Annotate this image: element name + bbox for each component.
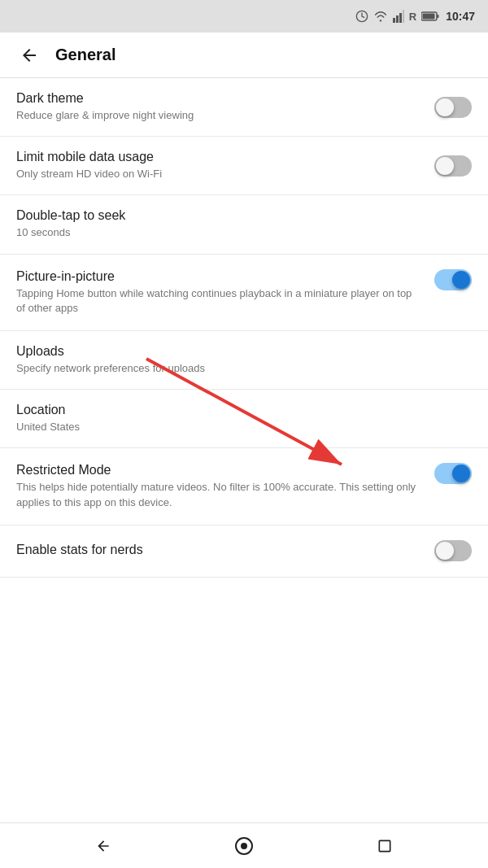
setting-item-pip[interactable]: Picture-in-picture Tapping Home button w… [0, 255, 488, 331]
setting-text-dark-theme: Dark theme Reduce glare & improve night … [16, 91, 434, 123]
setting-item-restricted-mode[interactable]: Restricted Mode This helps hide potentia… [0, 448, 488, 525]
setting-text-uploads: Uploads Specify network preferences for … [16, 344, 472, 376]
setting-text-limit-mobile-data: Limit mobile data usage Only stream HD v… [16, 150, 434, 181]
setting-title-dark-theme: Dark theme [16, 91, 421, 106]
nav-recent-button[interactable] [368, 830, 401, 862]
setting-text-stats-nerds: Enable stats for nerds [16, 543, 434, 560]
setting-title-stats-nerds: Enable stats for nerds [16, 543, 421, 557]
setting-item-limit-mobile-data[interactable]: Limit mobile data usage Only stream HD v… [0, 137, 488, 195]
setting-subtitle-double-tap: 10 seconds [16, 225, 459, 240]
svg-rect-7 [423, 14, 435, 20]
setting-text-location: Location United States [16, 403, 472, 434]
signal-icon [393, 10, 404, 23]
toggle-thumb-pip [452, 271, 470, 289]
setting-item-uploads[interactable]: Uploads Specify network preferences for … [0, 331, 488, 390]
status-bar: R 10:47 [0, 0, 488, 33]
setting-item-double-tap[interactable]: Double-tap to seek 10 seconds [0, 195, 488, 254]
setting-item-stats-nerds[interactable]: Enable stats for nerds [0, 526, 488, 578]
setting-title-location: Location [16, 403, 459, 417]
setting-subtitle-pip: Tapping Home button while watching conti… [16, 286, 421, 316]
toggle-pip[interactable] [434, 269, 472, 290]
status-time: 10:47 [446, 10, 475, 23]
setting-text-double-tap: Double-tap to seek 10 seconds [16, 208, 472, 240]
svg-rect-3 [399, 13, 402, 23]
wifi-icon [373, 11, 388, 22]
toggle-stats-nerds[interactable] [434, 540, 472, 561]
roaming-indicator: R [409, 11, 416, 23]
back-arrow-icon [20, 46, 39, 65]
setting-text-pip: Picture-in-picture Tapping Home button w… [16, 269, 434, 316]
setting-subtitle-restricted-mode: This helps hide potentially mature video… [16, 480, 421, 509]
nav-recent-icon [377, 838, 393, 854]
setting-subtitle-limit-mobile-data: Only stream HD video on Wi-Fi [16, 167, 421, 181]
svg-rect-4 [403, 10, 404, 23]
page-title: General [55, 46, 115, 64]
setting-item-dark-theme[interactable]: Dark theme Reduce glare & improve night … [0, 78, 488, 137]
toggle-restricted-mode[interactable] [434, 463, 472, 484]
toggle-thumb-limit-mobile [436, 157, 454, 175]
nav-bar [0, 822, 488, 868]
svg-point-11 [241, 843, 247, 849]
svg-rect-2 [396, 15, 399, 23]
nav-home-icon [234, 836, 254, 856]
toggle-thumb-dark-theme [436, 98, 454, 116]
setting-title-pip: Picture-in-picture [16, 269, 421, 284]
setting-subtitle-location: United States [16, 420, 459, 434]
app-bar: General [0, 33, 488, 78]
setting-item-location[interactable]: Location United States [0, 390, 488, 448]
clock-icon [355, 10, 368, 23]
svg-rect-12 [380, 840, 390, 851]
setting-title-double-tap: Double-tap to seek [16, 208, 459, 223]
toggle-limit-mobile-data[interactable] [434, 155, 472, 177]
setting-title-restricted-mode: Restricted Mode [16, 463, 421, 478]
svg-rect-1 [393, 18, 395, 23]
setting-text-restricted-mode: Restricted Mode This helps hide potentia… [16, 463, 434, 509]
setting-subtitle-dark-theme: Reduce glare & improve night viewing [16, 108, 421, 123]
setting-title-uploads: Uploads [16, 344, 459, 359]
status-icons: R [355, 10, 439, 23]
setting-title-limit-mobile-data: Limit mobile data usage [16, 150, 421, 164]
nav-home-button[interactable] [228, 830, 260, 862]
settings-list: Dark theme Reduce glare & improve night … [0, 78, 488, 822]
setting-subtitle-uploads: Specify network preferences for uploads [16, 361, 459, 376]
battery-icon [421, 11, 439, 22]
back-button[interactable] [13, 39, 46, 72]
toggle-dark-theme[interactable] [434, 97, 472, 118]
nav-back-button[interactable] [87, 830, 120, 862]
nav-back-icon [95, 838, 111, 854]
svg-rect-6 [437, 15, 439, 18]
